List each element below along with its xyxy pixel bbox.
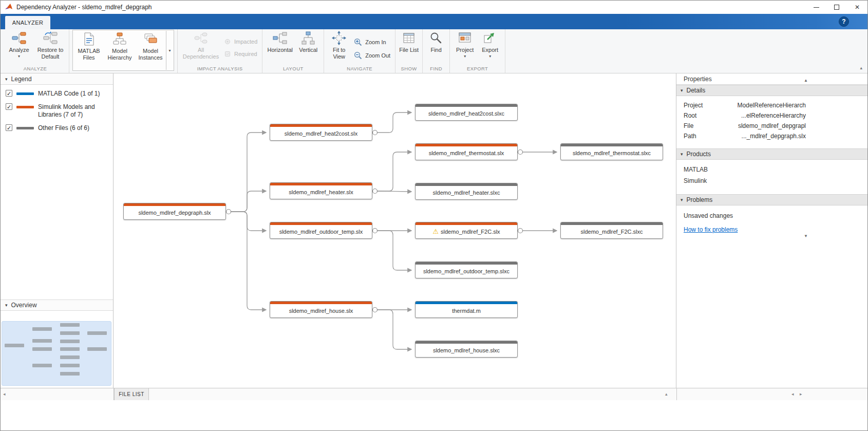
- property-value: ...elReferenceHierarchy: [741, 112, 806, 119]
- legend-checkbox[interactable]: ✓: [6, 90, 12, 97]
- graph-node-house[interactable]: sldemo_mdlref_house.slx: [270, 301, 372, 318]
- properties-title: Properties: [676, 73, 867, 85]
- graph-node-heat2cost[interactable]: sldemo_mdlref_heat2cost.slx: [270, 124, 372, 141]
- zoom-out-button[interactable]: Zoom Out: [352, 51, 392, 60]
- node-label: sldemo_mdlref_heater.slx: [289, 189, 353, 195]
- dependency-edge-depgraph-to-heater: [231, 191, 266, 212]
- legend-item-simulink-models: ✓ Simulink Models and Libraries (7 of 7): [1, 101, 113, 122]
- model-instances-icon: [143, 32, 158, 46]
- close-button[interactable]: ✕: [847, 1, 867, 14]
- model-hierarchy-button[interactable]: Model Hierarchy: [104, 31, 135, 70]
- products-list: MATLAB Simulink: [676, 160, 867, 194]
- graph-node-thermostat_c[interactable]: sldemo_mdlref_thermostat.slxc: [560, 143, 663, 160]
- node-type-bar: [270, 124, 372, 127]
- restore-to-default-button[interactable]: Restore to Default: [35, 30, 66, 60]
- graph-node-heater_c[interactable]: sldemo_mdlref_heater.slxc: [415, 183, 518, 200]
- export-button[interactable]: Export ▾: [478, 30, 502, 59]
- graph-node-thermostat[interactable]: sldemo_mdlref_thermostat.slx: [415, 143, 518, 160]
- graph-node-house_c[interactable]: sldemo_mdlref_house.slxc: [415, 341, 518, 358]
- all-dependencies-button[interactable]: All Dependencies: [181, 30, 221, 60]
- node-type-bar: [416, 341, 517, 344]
- details-title: Details: [687, 87, 706, 94]
- node-label: sldemo_mdlref_thermostat.slxc: [573, 150, 651, 156]
- property-label: Project: [684, 102, 703, 109]
- fit-to-view-button[interactable]: Fit to View: [327, 30, 351, 60]
- legend-items: ✓ MATLAB Code (1 of 1) ✓ Simulink Models…: [1, 85, 113, 137]
- scroll-down-icon[interactable]: ▼: [804, 234, 808, 238]
- help-button[interactable]: ?: [839, 16, 849, 27]
- maximize-icon: [834, 5, 839, 10]
- warning-icon: ⚠: [432, 228, 439, 235]
- required-label: Required: [234, 51, 257, 57]
- find-label: Find: [430, 47, 441, 53]
- file-list-tab[interactable]: FILE LIST: [114, 388, 149, 400]
- ribbon-group-navigate: Fit to View Zoom In: [324, 29, 395, 73]
- products-title: Products: [687, 151, 711, 158]
- details-section-header[interactable]: ▾ Details: [676, 85, 867, 96]
- fit-to-view-icon: [332, 31, 346, 45]
- graph-node-outdoor_temp_c[interactable]: sldemo_mdlref_outdoor_temp.slxc: [415, 261, 518, 278]
- property-row-file: File sldemo_mdlref_depgrapl: [676, 121, 806, 131]
- maximize-button[interactable]: [826, 1, 847, 14]
- matlab-files-button[interactable]: MATLAB Files: [73, 31, 104, 70]
- node-label: sldemo_mdlref_heater.slxc: [433, 190, 500, 196]
- how-to-fix-problems-link[interactable]: How to fix problems: [684, 226, 738, 233]
- overview-header[interactable]: ▾ Overview: [1, 299, 113, 311]
- ribbon-group-layout: Horizontal Vertical LAYOUT: [262, 29, 324, 73]
- property-row-path: Path ..._mdlref_depgraph.slx: [676, 131, 806, 141]
- zoom-in-button[interactable]: Zoom In: [352, 38, 392, 47]
- ribbon-collapse-icon[interactable]: ▴: [860, 65, 862, 70]
- property-value: ..._mdlref_depgraph.slx: [742, 133, 806, 140]
- model-instances-button[interactable]: Model Instances: [135, 31, 166, 70]
- matlab-files-label: MATLAB Files: [73, 48, 104, 61]
- graph-node-depgraph[interactable]: sldemo_mdlref_depgraph.slx: [123, 203, 226, 220]
- scroll-left-icon[interactable]: ◂: [791, 391, 794, 397]
- products-section-header[interactable]: ▾ Products: [676, 148, 867, 160]
- matlab-files-icon: [82, 32, 96, 46]
- views-dropdown-button[interactable]: ▾: [166, 31, 173, 70]
- minimap-node-f2c_c: [87, 347, 107, 351]
- legend-checkbox[interactable]: ✓: [6, 124, 12, 131]
- impacted-button[interactable]: Impacted: [222, 38, 259, 46]
- graph-node-thermdat[interactable]: thermdat.m: [415, 301, 518, 318]
- zoom-out-icon: [354, 51, 362, 60]
- vertical-layout-button[interactable]: Vertical: [296, 30, 320, 53]
- project-button[interactable]: Project ▾: [453, 30, 477, 59]
- graph-node-outdoor_temp[interactable]: sldemo_mdlref_outdoor_temp.slx: [270, 222, 372, 239]
- scroll-left-icon[interactable]: ◂: [3, 391, 6, 397]
- ribbon-group-label: NAVIGATE: [327, 64, 392, 73]
- ribbon-toolbar: Analyze ▾ Restore to Default ANALYZE: [1, 29, 867, 73]
- minimize-button[interactable]: [806, 1, 826, 14]
- graph-node-heat2cost_c[interactable]: sldemo_mdlref_heat2cost.slxc: [415, 104, 518, 121]
- window-bottom-filler: [1, 400, 867, 431]
- legend-checkbox[interactable]: ✓: [6, 103, 12, 110]
- ribbon-group-views: MATLAB Files Model Hierarchy: [69, 29, 178, 73]
- horizontal-label: Horizontal: [267, 47, 293, 53]
- problems-section-header[interactable]: ▾ Problems: [676, 194, 867, 205]
- node-type-bar: [416, 262, 517, 265]
- scroll-right-icon[interactable]: ▸: [800, 391, 802, 397]
- analyze-label: Analyze: [9, 47, 29, 53]
- ribbon-group-label: FIND: [426, 64, 446, 73]
- dependency-graph-canvas[interactable]: sldemo_mdlref_depgraph.slxsldemo_mdlref_…: [114, 73, 676, 388]
- dependency-edge-house-to-house_c: [378, 310, 411, 349]
- ribbon-group-impact-analysis: All Dependencies Impacted: [178, 29, 262, 73]
- scroll-up-icon[interactable]: ▲: [804, 78, 808, 83]
- file-list-button[interactable]: File List: [399, 30, 419, 53]
- model-hierarchy-icon: [112, 32, 127, 46]
- problem-status: Unsaved changes: [676, 211, 867, 224]
- scroll-corner-icon[interactable]: ▴: [665, 391, 668, 397]
- tab-analyzer[interactable]: ANALYZER: [5, 16, 50, 29]
- minimap-node-f2c: [60, 347, 80, 351]
- graph-node-f2c_c[interactable]: sldemo_mdlref_F2C.slxc: [560, 222, 663, 239]
- find-button[interactable]: Find: [426, 30, 446, 53]
- analyze-button[interactable]: Analyze ▾: [5, 30, 33, 59]
- graph-node-heater[interactable]: sldemo_mdlref_heater.slx: [270, 182, 372, 199]
- graph-node-f2c[interactable]: ⚠sldemo_mdlref_F2C.slx: [415, 222, 518, 239]
- horizontal-layout-button[interactable]: Horizontal: [266, 30, 294, 53]
- required-button[interactable]: Required: [222, 50, 259, 58]
- ribbon-group-label: IMPACT ANALYSIS: [181, 64, 259, 73]
- fit-to-view-label: Fit to View: [327, 47, 351, 60]
- minimap-viewport[interactable]: [2, 321, 111, 386]
- overview-minimap[interactable]: [1, 311, 113, 388]
